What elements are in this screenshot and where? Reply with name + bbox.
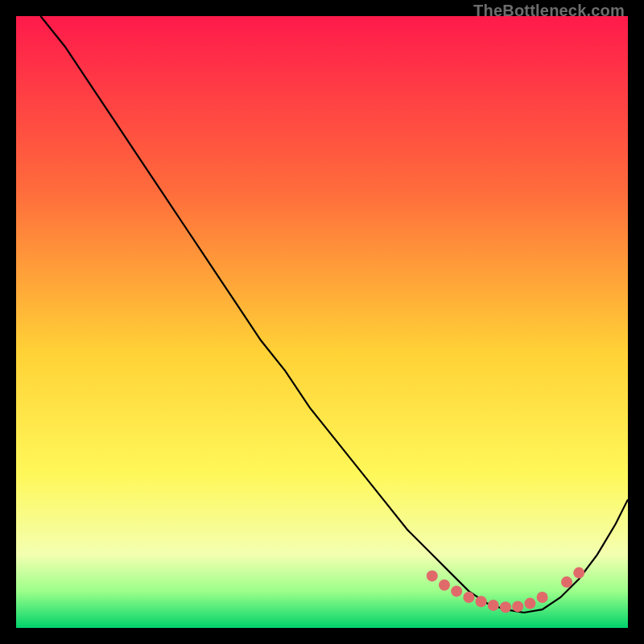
optimal-dot <box>476 596 487 607</box>
chart-frame <box>16 16 628 628</box>
optimal-dot <box>451 585 462 597</box>
optimal-dot <box>512 601 523 612</box>
bottleneck-chart <box>16 16 628 628</box>
optimal-dot <box>463 592 474 603</box>
optimal-dot <box>573 568 584 579</box>
optimal-dot <box>537 592 548 603</box>
optimal-dot <box>561 576 572 588</box>
optimal-dot <box>524 598 535 609</box>
optimal-dot <box>427 570 438 581</box>
optimal-dot <box>439 580 450 591</box>
optimal-dot <box>500 601 511 613</box>
gradient-background <box>16 16 628 628</box>
optimal-dot <box>488 600 499 611</box>
